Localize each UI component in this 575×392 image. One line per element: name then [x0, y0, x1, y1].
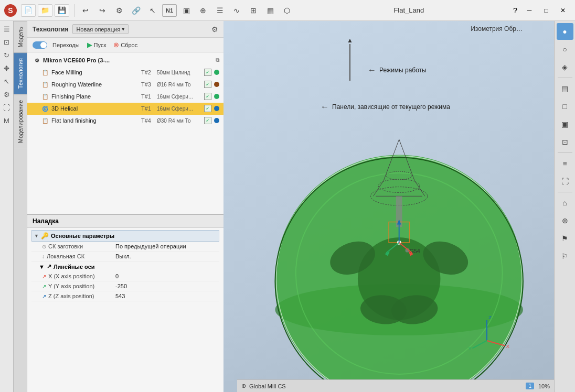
grid-icon[interactable]: ⊞: [246, 4, 261, 17]
new-file-button[interactable]: 📄: [21, 4, 36, 17]
flat-land-status: [214, 118, 219, 123]
app-logo: S: [4, 4, 17, 17]
view1-icon[interactable]: ▣: [179, 4, 194, 17]
home-button[interactable]: ⌂: [557, 194, 573, 211]
param-sk-value: По предыдущей операции: [115, 243, 186, 249]
right-toolbar: ● ○ ◈ ▤ □ ▣ ⊡ ≡ ⛶ ⌂ ⊕ ⚑ ⚐: [554, 21, 575, 392]
select2-icon[interactable]: ↖: [1, 75, 13, 87]
flag-button[interactable]: ⚑: [557, 230, 573, 247]
tech-settings-icon[interactable]: ⚙: [211, 25, 218, 34]
left-vtabs: Модель Технология Моделирование Технолог…: [14, 21, 223, 392]
naladka-section: Наладка ▼ 🔑 Основные параметры: [27, 214, 223, 392]
roughing-check[interactable]: ✓: [204, 81, 211, 88]
coord-system-label: Global Mill CS: [249, 383, 286, 389]
reset-icon: ⊗: [113, 41, 119, 49]
add2-button[interactable]: ⊕: [557, 212, 573, 229]
pan-icon[interactable]: ✥: [1, 62, 13, 74]
rotate-icon[interactable]: ↻: [1, 49, 13, 61]
settings2-icon[interactable]: ⚙: [1, 89, 13, 100]
settings-icon[interactable]: ⚙: [112, 4, 126, 17]
minimize-button[interactable]: ─: [521, 4, 537, 17]
tree-item-flat-land[interactable]: 📋 Flat land finishing T#4 Ø30 R4 мм То ✓: [27, 115, 223, 127]
statusbar-right: 1 10%: [526, 383, 550, 389]
param-z-row: ↗ Z (Z axis position) 543: [31, 291, 219, 301]
helical-check[interactable]: ✓: [204, 105, 211, 112]
maximize-button[interactable]: □: [538, 4, 554, 17]
flat-land-check[interactable]: ✓: [204, 117, 211, 124]
main-params-header[interactable]: ▼ 🔑 Основные параметры: [31, 230, 219, 242]
curve-icon[interactable]: ∿: [229, 4, 244, 17]
tree-item-roughing-waterline[interactable]: 📋 Roughing Waterline T#3 Ø16 R4 мм То ✓: [27, 79, 223, 91]
edges-button[interactable]: ▣: [557, 116, 573, 133]
main-toolbar: ↩ ↪ ⚙ 🔗 ↖ N1 ▣ ⊕ ☰ ∿ ⊞ ▦ ⬡: [78, 4, 294, 17]
toolbar-divider-2: [558, 153, 572, 153]
wireframe-button[interactable]: □: [557, 98, 573, 115]
finishing-tool: 16мм Сфери…: [157, 94, 204, 100]
run-button[interactable]: ▶ Пуск: [85, 40, 109, 50]
roughing-name: Roughing Waterline: [51, 81, 141, 88]
hidden-button[interactable]: ⊡: [557, 134, 573, 150]
left-panel: Модель Технология Моделирование Технолог…: [14, 21, 223, 392]
param-local-sk-value: Выкл.: [115, 253, 131, 259]
flat-land-t: T#4: [141, 117, 157, 124]
linear-axes-header[interactable]: ▼ ↗ Линейные оси: [31, 262, 219, 271]
select-icon[interactable]: ↖: [145, 4, 160, 17]
n1-icon[interactable]: N1: [162, 4, 177, 17]
tab-modeling[interactable]: Моделирование: [14, 94, 27, 148]
z-axis-icon: ↗: [42, 293, 46, 299]
window-controls: ─ □ ✕: [521, 4, 571, 17]
toolbar-divider-3: [558, 192, 572, 192]
close-button[interactable]: ✕: [555, 4, 571, 17]
transitions-toggle[interactable]: [33, 41, 47, 49]
viewport[interactable]: Изометрия Обр… ▲ ← Режимы работы ← Панел…: [223, 21, 554, 392]
reset-button[interactable]: ⊗ Сброс: [111, 40, 140, 50]
hamburger-icon[interactable]: ☰: [1, 23, 13, 35]
transitions-label: Переходы: [50, 41, 82, 49]
roughing-tool: Ø16 R4 мм То: [157, 82, 204, 88]
zoom-fit-icon[interactable]: ⊡: [1, 36, 13, 48]
shaded-button[interactable]: ▤: [557, 80, 573, 97]
flag2-button[interactable]: ⚐: [557, 248, 573, 265]
tab-model[interactable]: Модель: [14, 21, 27, 52]
open-file-button[interactable]: 📁: [38, 4, 52, 17]
local-sk-icon: ↕: [42, 254, 45, 259]
sim-icon[interactable]: ▦: [263, 4, 278, 17]
face-milling-check[interactable]: ✓: [204, 69, 211, 76]
grid2-button[interactable]: ⛶: [557, 173, 573, 190]
new-operation-button[interactable]: Новая операция ▾: [72, 24, 129, 34]
header-left: Технология Новая операция ▾: [33, 24, 129, 34]
layers2-icon[interactable]: M: [1, 115, 13, 126]
param-y-value: -250: [115, 283, 127, 289]
lines-button[interactable]: ≡: [557, 155, 573, 172]
redo-icon[interactable]: ↪: [95, 4, 110, 17]
measure-icon[interactable]: ⊕: [196, 4, 210, 17]
param-z-label: ↗ Z (Z axis position): [42, 293, 115, 299]
finishing-check[interactable]: ✓: [204, 93, 211, 100]
snap-icon[interactable]: 🔗: [129, 4, 143, 17]
param-x-value: 0: [115, 273, 119, 279]
save-file-button[interactable]: 💾: [55, 4, 69, 17]
tech-title: Технология: [33, 26, 68, 33]
view-sphere-button[interactable]: ●: [557, 23, 573, 40]
tool3-icon[interactable]: ⛶: [1, 102, 13, 113]
status-badge: 1: [526, 383, 534, 389]
tree-item-finishing-plane[interactable]: 📋 Finishing Plane T#1 16мм Сфери… ✓: [27, 91, 223, 103]
finishing-status: [214, 94, 219, 99]
help-icon[interactable]: ?: [513, 6, 517, 15]
view-surface-button[interactable]: ◈: [557, 59, 573, 75]
naladka-header: Наладка: [27, 215, 223, 228]
layers-icon[interactable]: ☰: [212, 4, 227, 17]
tab-technology[interactable]: Технология: [14, 52, 27, 94]
sk-icon: ⊙: [42, 244, 46, 249]
face-milling-t: T#2: [141, 69, 157, 75]
tree-item-face-milling[interactable]: 📋 Face Milling T#2 50мм Цилинд ✓: [27, 67, 223, 79]
tree-item-3d-helical[interactable]: 🌀 3D Helical T#1 16мм Сфери… ✓: [27, 103, 223, 115]
toolbar-divider-1: [558, 78, 572, 78]
x-axis-icon: ↗: [42, 274, 46, 279]
render-icon[interactable]: ⬡: [280, 4, 294, 17]
view-outline-button[interactable]: ○: [557, 41, 573, 58]
naladka-content: ▼ 🔑 Основные параметры ⊙ СК заготовки: [27, 228, 223, 392]
tree-parent-machine[interactable]: ⚙ Mikron VCE600 Pro (3-... ⧉: [27, 55, 223, 67]
undo-icon[interactable]: ↩: [78, 4, 93, 17]
svg-text:Z: Z: [488, 314, 492, 320]
